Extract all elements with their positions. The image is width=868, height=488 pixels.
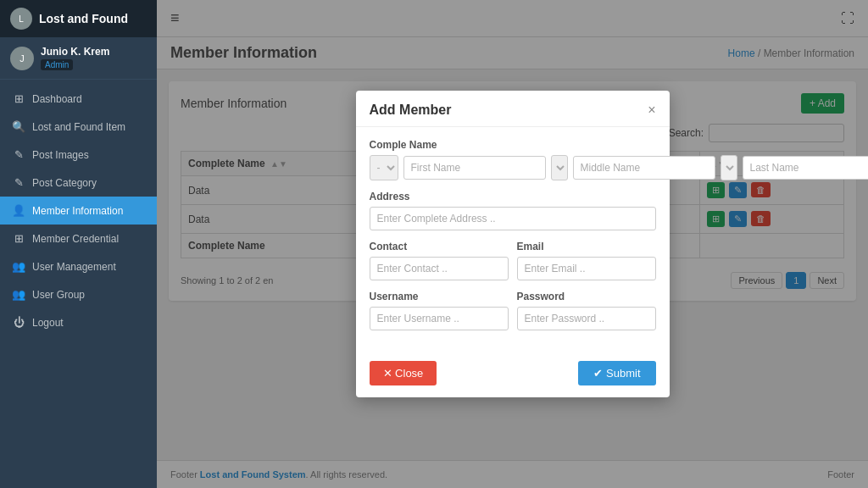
- prefix-select[interactable]: -: [370, 155, 398, 180]
- contact-group: Contact: [370, 241, 509, 280]
- sidebar: L Lost and Found J Junio K. Krem Admin ⊞…: [0, 0, 157, 488]
- app-name: Lost and Found: [39, 12, 128, 25]
- app-logo: L: [10, 8, 32, 30]
- sidebar-item-member-information[interactable]: 👤 Member Information: [0, 197, 157, 225]
- middle-prefix-select[interactable]: -: [551, 155, 568, 180]
- modal-overlay: Add Member × Comple Name - -: [157, 0, 868, 488]
- password-input[interactable]: [517, 307, 656, 330]
- contact-input[interactable]: [370, 257, 509, 280]
- sidebar-nav: ⊞ Dashboard 🔍 Lost and Found Item ✎ Post…: [0, 80, 157, 488]
- password-label: Password: [517, 291, 656, 302]
- sidebar-item-member-credential[interactable]: ⊞ Member Credential: [0, 225, 157, 252]
- sidebar-item-label: User Management: [32, 261, 116, 273]
- modal-header: Add Member ×: [356, 91, 670, 127]
- sidebar-item-label: Post Images: [32, 149, 89, 161]
- sidebar-user: J Junio K. Krem Admin: [0, 37, 157, 80]
- sidebar-username: Junio K. Krem: [41, 46, 109, 58]
- sidebar-item-post-images[interactable]: ✎ Post Images: [0, 141, 157, 169]
- sidebar-item-user-group[interactable]: 👥 User Group: [0, 280, 157, 308]
- sidebar-item-dashboard[interactable]: ⊞ Dashboard: [0, 85, 157, 113]
- complete-name-group: Comple Name - - -: [370, 139, 656, 180]
- post-category-icon: ✎: [12, 176, 25, 189]
- sidebar-item-label: User Group: [32, 289, 85, 301]
- modal-body: Comple Name - - -: [356, 127, 670, 352]
- address-input[interactable]: [370, 207, 656, 230]
- submit-modal-button[interactable]: ✔ Submit: [578, 361, 655, 385]
- user-group-icon: 👥: [12, 288, 25, 301]
- username-label: Username: [370, 291, 509, 302]
- sidebar-item-lost-found[interactable]: 🔍 Lost and Found Item: [0, 113, 157, 141]
- sidebar-item-label: Member Credential: [32, 233, 119, 245]
- last-name-input[interactable]: [743, 156, 869, 180]
- first-name-input[interactable]: [403, 156, 546, 180]
- member-info-icon: 👤: [12, 204, 25, 217]
- name-row: - - - -: [370, 155, 656, 180]
- email-input[interactable]: [517, 257, 656, 280]
- last-prefix-select[interactable]: -: [721, 155, 737, 180]
- main-content: ≡ ⛶ Member Information Home / Member Inf…: [157, 0, 868, 488]
- sidebar-item-label: Logout: [32, 317, 64, 329]
- avatar: J: [10, 47, 34, 70]
- sidebar-item-user-management[interactable]: 👥 User Management: [0, 252, 157, 280]
- username-input[interactable]: [370, 307, 509, 330]
- user-mgmt-icon: 👥: [12, 260, 25, 273]
- modal-footer: ✕ Close ✔ Submit: [356, 352, 670, 397]
- add-member-modal: Add Member × Comple Name - -: [356, 91, 670, 397]
- sidebar-role: Admin: [41, 59, 73, 70]
- member-cred-icon: ⊞: [12, 232, 25, 245]
- email-group: Email: [517, 241, 656, 280]
- sidebar-item-label: Member Information: [32, 205, 123, 217]
- lost-found-icon: 🔍: [12, 120, 25, 133]
- logout-icon: ⏻: [12, 316, 25, 329]
- complete-name-label: Comple Name: [370, 139, 656, 151]
- sidebar-item-logout[interactable]: ⏻ Logout: [0, 308, 157, 336]
- modal-title: Add Member: [370, 103, 452, 118]
- sidebar-item-label: Dashboard: [32, 93, 82, 105]
- contact-label: Contact: [370, 241, 509, 252]
- sidebar-item-label: Lost and Found Item: [32, 121, 125, 133]
- dashboard-icon: ⊞: [12, 92, 25, 105]
- address-group: Address: [370, 191, 656, 230]
- close-modal-button[interactable]: ✕ Close: [370, 361, 437, 385]
- sidebar-item-label: Post Category: [32, 177, 97, 189]
- post-images-icon: ✎: [12, 148, 25, 161]
- username-group: Username: [370, 291, 509, 330]
- sidebar-header: L Lost and Found: [0, 0, 157, 37]
- sidebar-item-post-category[interactable]: ✎ Post Category: [0, 169, 157, 197]
- middle-name-input[interactable]: [573, 156, 715, 180]
- email-label: Email: [517, 241, 656, 252]
- password-group: Password: [517, 291, 656, 330]
- address-label: Address: [370, 191, 656, 202]
- username-password-row: Username Password: [370, 291, 656, 341]
- contact-email-row: Contact Email: [370, 241, 656, 291]
- modal-close-x-button[interactable]: ×: [648, 103, 655, 117]
